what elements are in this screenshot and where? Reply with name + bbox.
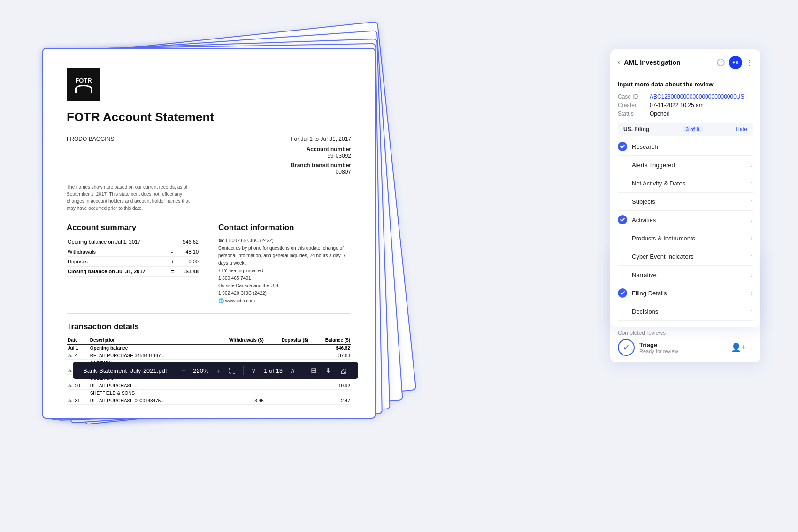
account-number-value: 59-03092 bbox=[327, 153, 351, 159]
print-button[interactable]: 🖨 bbox=[339, 367, 348, 375]
summary-row: Opening balance on Jul 1, 2017$46.62 bbox=[67, 237, 200, 247]
txn-desc: RETAIL PURCHASE... bbox=[89, 382, 208, 390]
account-summary-title: Account summary bbox=[67, 223, 200, 232]
contact-line: ☎ 1 800 465 CIBC (2422) bbox=[218, 237, 351, 245]
txn-row: Jul 4RETAIL PURCHASE 3456441467...37.63 bbox=[67, 352, 351, 360]
txn-bal: -2.47 bbox=[309, 397, 351, 405]
disclaimer-text: The names shown are based on our current… bbox=[67, 184, 198, 212]
case-id-value[interactable]: ABC123000000000000000000000US bbox=[650, 93, 744, 100]
branch-transit-value: 00807 bbox=[336, 169, 351, 175]
section-label: Filing Details bbox=[632, 290, 751, 297]
summary-row: Deposits+0.00 bbox=[67, 257, 200, 267]
fotr-logo: FOTR bbox=[67, 68, 100, 101]
section-chevron-icon: › bbox=[751, 143, 753, 150]
txn-header: Deposits ($) bbox=[265, 336, 309, 345]
fit-page-button[interactable]: ⛶ bbox=[228, 367, 237, 375]
section-divider bbox=[67, 313, 351, 314]
page-down-button[interactable]: ∨ bbox=[250, 366, 257, 375]
account-number-label: Account number bbox=[307, 146, 351, 153]
contact-info-col: Contact information ☎ 1 800 465 CIBC (24… bbox=[218, 223, 351, 305]
aml-section-item[interactable]: Research› bbox=[618, 138, 753, 156]
completed-reviews-label: Completed reviews bbox=[618, 330, 753, 336]
summary-amount: 0.00 bbox=[176, 257, 200, 267]
txn-dep bbox=[265, 397, 309, 405]
section-label: Cyber Event Indicators bbox=[632, 253, 751, 260]
section-label: Research bbox=[632, 143, 751, 150]
txn-date: Jul 4 bbox=[67, 352, 89, 360]
summary-row: Withdrawals-48.10 bbox=[67, 247, 200, 257]
section-chevron-icon: › bbox=[751, 234, 753, 242]
zoom-out-button[interactable]: − bbox=[181, 367, 187, 375]
aml-sections-list: Research›Alerts Triggered›Net Activity &… bbox=[618, 138, 753, 321]
txn-desc: Opening balance bbox=[89, 345, 208, 352]
contact-line: 🌐 www.cibc.com bbox=[218, 297, 351, 305]
created-label: Created bbox=[618, 102, 646, 108]
section-chevron-icon: › bbox=[751, 253, 753, 260]
summary-row: Closing balance on Jul 31, 2017=-$1.48 bbox=[67, 267, 200, 277]
txn-desc: RETAIL PURCHASE 3456441467... bbox=[89, 352, 208, 360]
section-empty-icon bbox=[618, 270, 627, 279]
section-label: Products & Instruments bbox=[632, 235, 751, 242]
txn-wd bbox=[208, 382, 265, 390]
hide-button[interactable]: Hide bbox=[736, 126, 747, 132]
section-chevron-icon: › bbox=[751, 271, 753, 278]
txn-wd bbox=[208, 390, 265, 397]
aml-section-item[interactable]: Activities› bbox=[618, 211, 753, 229]
section-empty-icon bbox=[618, 197, 627, 206]
zoom-in-button[interactable]: + bbox=[215, 367, 222, 375]
section-empty-icon bbox=[618, 252, 627, 261]
toolbar-separator-3 bbox=[303, 366, 303, 375]
aml-section-item[interactable]: Alerts Triggered› bbox=[618, 156, 753, 174]
summary-label: Opening balance on Jul 1, 2017 bbox=[67, 237, 170, 247]
txn-row: SHEFFIELD & SONS bbox=[67, 390, 351, 397]
contact-line: TTY hearing impaired bbox=[218, 267, 351, 275]
pdf-toolbar: Bank-Statement_July-2021.pdf − 220% + ⛶ … bbox=[73, 362, 358, 379]
expand-review-button[interactable]: › bbox=[751, 344, 753, 351]
section-label: Decisions bbox=[632, 308, 751, 315]
aml-section-item[interactable]: Filing Details› bbox=[618, 284, 753, 302]
section-chevron-icon: › bbox=[751, 161, 753, 169]
aml-investigation-panel: ‹ AML Investigation 🕐 FB ⋮ Input more da… bbox=[610, 49, 760, 327]
layout-button[interactable]: ⊟ bbox=[310, 366, 318, 375]
contact-line: Outside Canada and the U.S. bbox=[218, 282, 351, 290]
aml-back-button[interactable]: ‹ bbox=[618, 58, 620, 67]
document-title: FOTR Account Statement bbox=[67, 110, 351, 124]
toolbar-separator-2 bbox=[243, 366, 244, 375]
clock-button[interactable]: 🕐 bbox=[716, 58, 725, 67]
toolbar-separator bbox=[174, 366, 174, 375]
customer-name: FRODO BAGGINS bbox=[67, 136, 114, 175]
txn-dep bbox=[265, 382, 309, 390]
aml-section-item[interactable]: Subjects› bbox=[618, 193, 753, 211]
aml-section-item[interactable]: Narrative› bbox=[618, 266, 753, 284]
section-checked-icon bbox=[618, 215, 627, 224]
aml-section-item[interactable]: Net Activity & Dates› bbox=[618, 174, 753, 193]
completed-review-item: ✓ Triage Ready for review 👤+ › bbox=[618, 339, 753, 356]
section-checked-icon bbox=[618, 288, 627, 298]
more-menu-button[interactable]: ⋮ bbox=[746, 58, 753, 67]
summary-symbol bbox=[170, 237, 176, 247]
add-user-button[interactable]: 👤+ bbox=[731, 342, 746, 353]
section-empty-icon bbox=[618, 307, 627, 316]
section-label: Narrative bbox=[632, 271, 751, 278]
period-info: For Jul 1 to Jul 31, 2017 Account number… bbox=[291, 136, 351, 175]
aml-panel-header: ‹ AML Investigation 🕐 FB ⋮ bbox=[610, 49, 760, 74]
txn-header: Balance ($) bbox=[309, 336, 351, 345]
download-button[interactable]: ⬇ bbox=[324, 366, 332, 375]
status-label: Status bbox=[618, 110, 646, 117]
section-chevron-icon: › bbox=[751, 198, 753, 205]
aml-section-item[interactable]: Decisions› bbox=[618, 302, 753, 321]
page-up-button[interactable]: ∧ bbox=[289, 366, 296, 375]
aml-section-item[interactable]: Products & Instruments› bbox=[618, 229, 753, 247]
txn-dep bbox=[265, 390, 309, 397]
filing-label: US. Filing bbox=[623, 126, 649, 132]
txn-bal: $46.62 bbox=[309, 345, 351, 352]
contact-line: Contact us by phone for questions on thi… bbox=[218, 245, 351, 267]
branch-transit-label: Branch transit number bbox=[291, 162, 351, 169]
section-label: Net Activity & Dates bbox=[632, 180, 751, 187]
status-value: Opened bbox=[650, 110, 670, 117]
completed-item-sub: Ready for review bbox=[639, 348, 726, 354]
section-chevron-icon: › bbox=[751, 179, 753, 187]
pdf-filename: Bank-Statement_July-2021.pdf bbox=[83, 367, 167, 374]
txn-dep bbox=[265, 352, 309, 360]
aml-section-item[interactable]: Cyber Event Indicators› bbox=[618, 247, 753, 266]
